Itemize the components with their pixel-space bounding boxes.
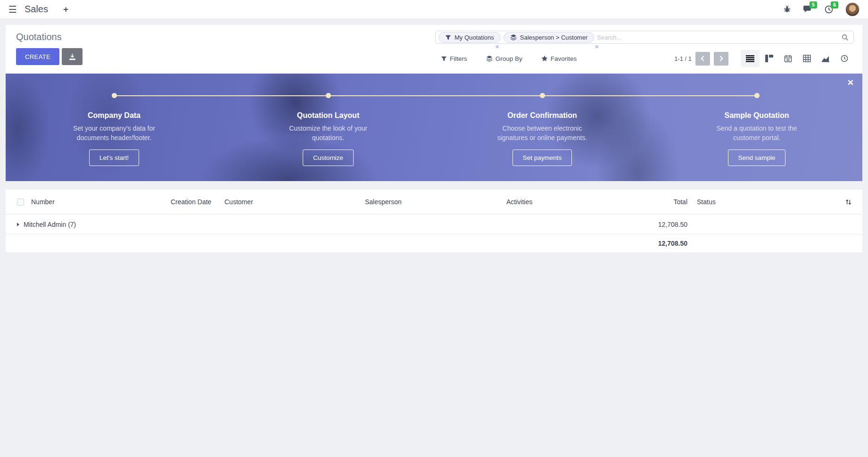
- group-by-menu[interactable]: Group By: [486, 55, 522, 62]
- timeline-dot: [540, 93, 545, 98]
- column-header-customer[interactable]: Customer: [224, 198, 365, 206]
- messages-count-badge: 5: [810, 1, 817, 8]
- search-bar[interactable]: My Quotations Salesperson > Customer: [435, 31, 854, 44]
- pivot-view-button[interactable]: [797, 50, 816, 67]
- header-options-cell: [834, 199, 862, 206]
- group-by-label: Group By: [496, 55, 522, 62]
- action-buttons: CREATE: [16, 48, 83, 65]
- view-switcher: [741, 50, 854, 67]
- graph-view-button[interactable]: [816, 50, 835, 67]
- navbar-right: 5 6: [783, 2, 860, 17]
- facet-label: Salesperson > Customer: [520, 34, 587, 41]
- calendar-view-icon: [784, 55, 792, 62]
- page-title: Quotations: [16, 32, 83, 42]
- search-icon[interactable]: [842, 34, 849, 43]
- group-row-mitchell-admin[interactable]: Mitchell Admin (7) 12,708.50: [6, 215, 862, 234]
- kanban-view-icon: [765, 55, 773, 62]
- star-icon: [541, 55, 548, 62]
- onboarding-step-sample-quotation: Sample Quotation Send a quotation to tes…: [686, 111, 827, 166]
- facet-remove-icon[interactable]: ✕: [495, 44, 499, 50]
- step-title: Quotation Layout: [257, 111, 399, 120]
- messages-icon[interactable]: 5: [803, 5, 812, 13]
- calendar-view-button[interactable]: [778, 50, 797, 67]
- chevron-left-icon: [701, 56, 706, 61]
- search-input[interactable]: [597, 34, 837, 41]
- download-icon: [69, 53, 76, 60]
- footer-total: 12,708.50: [648, 240, 687, 247]
- top-navbar: ☰ Sales + 5 6: [0, 0, 868, 19]
- quotations-list: Number Creation Date Customer Salesperso…: [6, 190, 862, 252]
- kanban-view-button[interactable]: [760, 50, 778, 67]
- app-name[interactable]: Sales: [25, 4, 48, 15]
- control-panel: Quotations CREATE My Quotations: [6, 25, 862, 74]
- group-total: 12,708.50: [648, 221, 687, 228]
- filter-icon: [445, 34, 451, 41]
- search-facet-groupby[interactable]: Salesperson > Customer: [504, 32, 594, 43]
- column-header-activities[interactable]: Activities: [506, 198, 648, 206]
- caret-right-icon[interactable]: [17, 223, 19, 226]
- filters-label: Filters: [450, 55, 467, 62]
- facet-label: My Quotations: [455, 34, 494, 41]
- list-view-icon: [746, 55, 754, 62]
- activities-clock-icon[interactable]: 6: [825, 5, 833, 14]
- chevron-right-icon: [718, 56, 723, 61]
- onboarding-step-order-confirmation: Order Confirmation Choose between electr…: [471, 111, 613, 166]
- export-button[interactable]: [62, 48, 83, 65]
- column-header-status[interactable]: Status: [687, 198, 834, 206]
- layers-icon: [486, 55, 493, 62]
- timeline-dot: [112, 93, 117, 98]
- debug-bug-icon[interactable]: [783, 5, 791, 13]
- banner-close-icon[interactable]: ✕: [847, 78, 854, 88]
- graph-view-icon: [821, 55, 830, 62]
- search-menus: Filters Group By Favorites: [435, 55, 577, 62]
- onboarding-banner: Company Data Set your company's data for…: [6, 74, 862, 181]
- step-title: Company Data: [43, 111, 185, 120]
- plus-icon[interactable]: +: [63, 4, 68, 15]
- column-header-salesperson[interactable]: Salesperson: [365, 198, 506, 206]
- send-sample-button[interactable]: Send sample: [728, 150, 786, 166]
- activity-view-button[interactable]: [835, 50, 854, 67]
- list-footer-row: 12,708.50: [6, 234, 862, 252]
- search-toolbar: Filters Group By Favorites: [435, 50, 854, 67]
- onboarding-step-quotation-layout: Quotation Layout Customize the look of y…: [257, 111, 399, 166]
- control-panel-left: Quotations CREATE: [16, 31, 83, 74]
- activity-view-icon: [841, 55, 848, 62]
- timeline-dot: [754, 93, 760, 98]
- step-description: Customize the look of your quotations.: [274, 124, 382, 142]
- filters-menu[interactable]: Filters: [441, 55, 467, 62]
- layers-icon: [510, 34, 517, 41]
- step-description: Choose between electronic signatures or …: [488, 124, 596, 142]
- group-label: Mitchell Admin (7): [24, 221, 76, 228]
- customize-button[interactable]: Customize: [303, 150, 354, 166]
- user-avatar[interactable]: [845, 2, 860, 17]
- header-checkbox-cell: [6, 199, 31, 206]
- pivot-view-icon: [803, 55, 811, 62]
- main-panel-card: Quotations CREATE My Quotations: [6, 25, 862, 181]
- step-description: Set your company's data for documents he…: [60, 124, 168, 142]
- activities-count-badge: 6: [831, 1, 838, 8]
- set-payments-button[interactable]: Set payments: [513, 150, 572, 166]
- lets-start-button[interactable]: Let's start!: [89, 150, 139, 166]
- pager-previous-button[interactable]: [695, 52, 710, 66]
- control-panel-right: My Quotations Salesperson > Customer ✕: [435, 31, 854, 74]
- onboarding-timeline: [114, 95, 757, 96]
- search-facet-my-quotations[interactable]: My Quotations: [438, 32, 501, 43]
- column-header-creation-date[interactable]: Creation Date: [171, 198, 224, 206]
- timeline-dot: [326, 93, 331, 98]
- pager-next-button[interactable]: [714, 52, 728, 66]
- list-view-button[interactable]: [741, 50, 760, 67]
- filter-icon: [441, 56, 447, 62]
- group-label-cell: Mitchell Admin (7): [6, 221, 648, 228]
- column-header-number[interactable]: Number: [31, 198, 171, 206]
- pager: 1-1 / 1: [674, 52, 728, 66]
- facet-remove-icon[interactable]: ✕: [595, 44, 599, 50]
- favorites-menu[interactable]: Favorites: [541, 55, 577, 62]
- step-title: Sample Quotation: [686, 111, 827, 120]
- create-button[interactable]: CREATE: [16, 48, 59, 65]
- step-title: Order Confirmation: [471, 111, 613, 120]
- apps-menu-icon[interactable]: ☰: [8, 4, 17, 15]
- step-description: Send a quotation to test the customer po…: [703, 124, 811, 142]
- optional-columns-icon[interactable]: [845, 199, 852, 206]
- select-all-checkbox[interactable]: [17, 199, 24, 206]
- column-header-total[interactable]: Total: [648, 198, 687, 206]
